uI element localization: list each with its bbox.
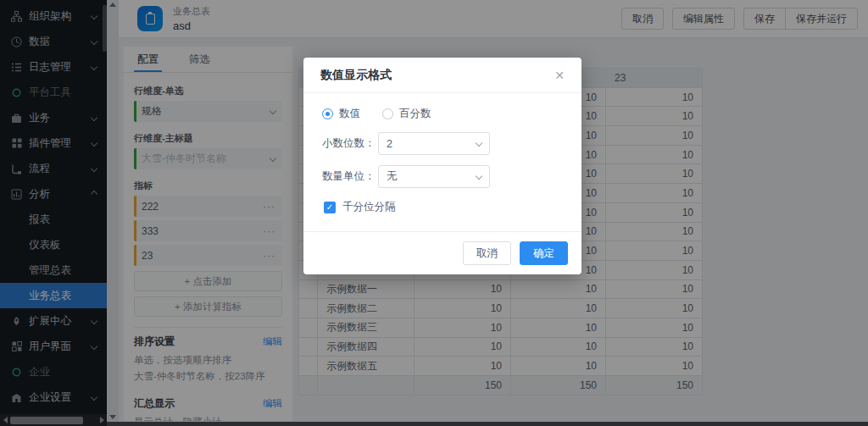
format-radio-group: 数值 百分数 (322, 107, 563, 121)
radio-number[interactable]: 数值 (322, 107, 360, 121)
number-format-dialog: 数值显示格式 ✕ 数值 百分数 小数位数： 2 (303, 58, 581, 274)
checkbox-check-icon: ✓ (324, 202, 336, 213)
thousands-separator-checkbox[interactable]: ✓ 千分位分隔 (324, 200, 563, 214)
quantity-unit-select[interactable]: 无 (378, 165, 490, 188)
radio-dot-icon (322, 108, 333, 119)
dialog-title: 数值显示格式 (320, 68, 392, 83)
dialog-cancel-button[interactable]: 取消 (463, 241, 511, 265)
radio-percent[interactable]: 百分数 (382, 107, 431, 121)
dialog-ok-button[interactable]: 确定 (520, 241, 568, 265)
decimal-places-label: 小数位数： (322, 136, 378, 151)
app-window: 组织架构 数据 日志管理 平台工具 业务 插件管理 流 (0, 0, 868, 426)
decimal-places-select[interactable]: 2 (378, 132, 490, 155)
close-icon[interactable]: ✕ (554, 69, 565, 81)
quantity-unit-label: 数量单位： (322, 169, 378, 184)
radio-dot-icon (382, 108, 393, 119)
chevron-down-icon (476, 172, 482, 179)
chevron-down-icon (476, 139, 482, 146)
